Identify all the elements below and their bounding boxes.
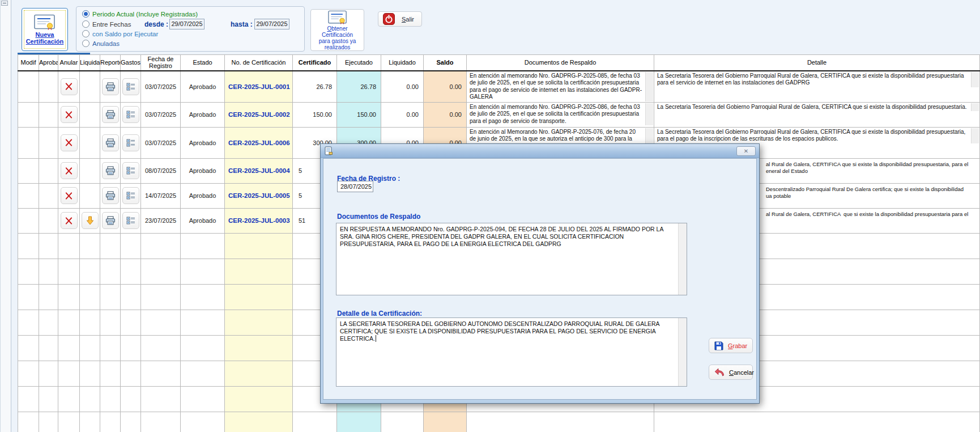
documentos-respaldo-textarea[interactable]: EN RESPUESTA A MEMORANDO Nro. GADPRG-P-2… — [336, 223, 687, 295]
textarea-scrollbar[interactable] — [678, 318, 687, 386]
gastos-button[interactable] — [122, 134, 139, 151]
gastos-button[interactable] — [122, 187, 139, 204]
close-icon: ✕ — [744, 148, 748, 154]
nueva-certificacion-button[interactable]: Nueva Certificación — [22, 8, 68, 51]
textarea-scrollbar[interactable] — [678, 223, 687, 295]
anular-button[interactable] — [61, 106, 78, 123]
radio-anuladas[interactable]: Anuladas — [82, 40, 120, 47]
cell-empty — [100, 310, 121, 335]
red-x-icon — [65, 138, 73, 147]
liquidar-button[interactable] — [82, 212, 99, 229]
header-row: Modif Aprobar Anular Liquidar Reporte Ga… — [18, 55, 980, 71]
dialog-body: Fecha de Registro : 28/07/2025 Documento… — [323, 158, 757, 400]
cell-empty — [100, 259, 121, 284]
cert-number-link[interactable]: CER-2025-JUL-0003 — [225, 208, 293, 233]
reporte-button[interactable] — [102, 78, 119, 95]
header-aprobar: Aprobar — [39, 55, 58, 71]
cell-empty — [337, 412, 381, 432]
hasta-input[interactable]: 29/07/2025 — [254, 19, 289, 29]
gastos-button[interactable] — [122, 212, 139, 229]
detalle-text: al Rural de Galera, CERTIFICA que si exi… — [763, 160, 979, 176]
dialog-titlebar[interactable]: ✕ — [321, 144, 759, 158]
cell-empty — [181, 386, 225, 412]
anular-button[interactable] — [61, 78, 78, 95]
cell-scrollbar[interactable] — [645, 103, 653, 126]
grabar-button[interactable]: Grabar — [709, 338, 753, 353]
cell-scrollbar[interactable] — [971, 72, 979, 87]
anular-button[interactable] — [61, 162, 78, 179]
anular-button[interactable] — [61, 212, 78, 229]
cell-modif — [18, 208, 39, 233]
cell-empty — [80, 310, 100, 335]
expense-list-icon — [126, 139, 135, 147]
gastos-button[interactable] — [122, 78, 139, 95]
desde-input[interactable]: 29/07/2025 — [169, 19, 204, 29]
gastos-button[interactable] — [122, 106, 139, 123]
cell-empty — [181, 335, 225, 361]
cancelar-button[interactable]: Cancelar — [709, 365, 753, 380]
radio-con-saldo[interactable]: con Saldo por Ejecutar — [82, 30, 158, 37]
cell-fecha: 03/07/2025 — [141, 102, 181, 127]
cell-empty — [121, 284, 141, 310]
cell-empty — [225, 310, 293, 335]
reporte-button[interactable] — [102, 106, 119, 123]
radio-periodo-actual[interactable]: Periodo Actual (Incluye Registradas) — [82, 10, 198, 18]
cell-empty — [58, 233, 80, 259]
detalle-text: La Secretaria Tesorera del Gobierno Parr… — [654, 71, 979, 88]
detalle-certificacion-textarea[interactable]: LA SECRETARIA TESORERA DEL GOBIERNO AUTO… — [336, 317, 687, 387]
radio-entre-fechas[interactable]: Entre Fechas — [82, 20, 131, 28]
cert-number-link[interactable]: CER-2025-JUL-0004 — [225, 158, 293, 183]
header-reporte: Reporte — [100, 55, 121, 71]
cell-anular — [58, 183, 80, 208]
table-row-empty — [18, 412, 980, 432]
cell-empty — [424, 412, 467, 432]
cert-number-link[interactable]: CER-2025-JUL-0006 — [225, 127, 293, 158]
filter-group: Periodo Actual (Incluye Registradas) Ent… — [76, 6, 305, 52]
fecha-registro-input[interactable]: 28/07/2025 — [337, 181, 373, 192]
reporte-button[interactable] — [102, 134, 119, 151]
anular-button[interactable] — [61, 134, 78, 151]
cell-empty — [18, 259, 39, 284]
gastos-button[interactable] — [122, 162, 139, 179]
certificate-icon — [328, 10, 347, 24]
cell-gastos — [121, 158, 141, 183]
cell-estado: Aprobado — [181, 183, 225, 208]
left-splitter[interactable] — [0, 0, 11, 432]
printer-icon — [105, 110, 116, 119]
cell-reporte — [100, 127, 121, 158]
reporte-button[interactable] — [102, 162, 119, 179]
cell-empty — [141, 259, 181, 284]
cert-number-link[interactable]: CER-2025-JUL-0001 — [225, 71, 293, 103]
cell-reporte — [100, 102, 121, 127]
detalle-text: La Secretaria Tesoreria del Gobierno Par… — [654, 103, 979, 112]
cell-anular — [58, 208, 80, 233]
header-liquidar: Liquidar — [80, 55, 100, 71]
red-x-icon — [65, 192, 73, 200]
cell-scrollbar[interactable] — [645, 72, 653, 101]
anular-button[interactable] — [61, 187, 78, 204]
cell-empty — [100, 361, 121, 386]
cell-empty — [100, 335, 121, 361]
cell-scrollbar[interactable] — [971, 128, 979, 143]
printer-icon — [105, 216, 116, 225]
reporte-button[interactable] — [102, 187, 119, 204]
red-x-icon — [65, 82, 73, 91]
obtener-certificacion-button[interactable]: Obtener Certificación para gastos ya rea… — [310, 9, 364, 51]
reporte-button[interactable] — [102, 212, 119, 229]
cell-empty — [39, 310, 58, 335]
cell-empty — [381, 412, 424, 432]
cert-number-link[interactable]: CER-2025-JUL-0002 — [225, 102, 293, 127]
cell-fecha: 03/07/2025 — [141, 71, 181, 103]
dialog-close-button[interactable]: ✕ — [736, 146, 756, 156]
salir-button[interactable]: Salir — [378, 11, 422, 27]
cell-empty — [141, 284, 181, 310]
cert-number-link[interactable]: CER-2025-JUL-0005 — [225, 183, 293, 208]
panel-collapse-handle[interactable] — [1, 1, 8, 6]
expense-list-icon — [126, 217, 135, 225]
red-x-icon — [65, 167, 73, 175]
obtener-certificacion-label: Obtener Certificación para gastos ya rea… — [311, 26, 364, 50]
cell-scrollbar[interactable] — [971, 103, 979, 112]
cell-liquidar — [80, 71, 100, 103]
cell-ejecutado: 150.00 — [337, 102, 381, 127]
certificate-icon — [34, 14, 56, 30]
